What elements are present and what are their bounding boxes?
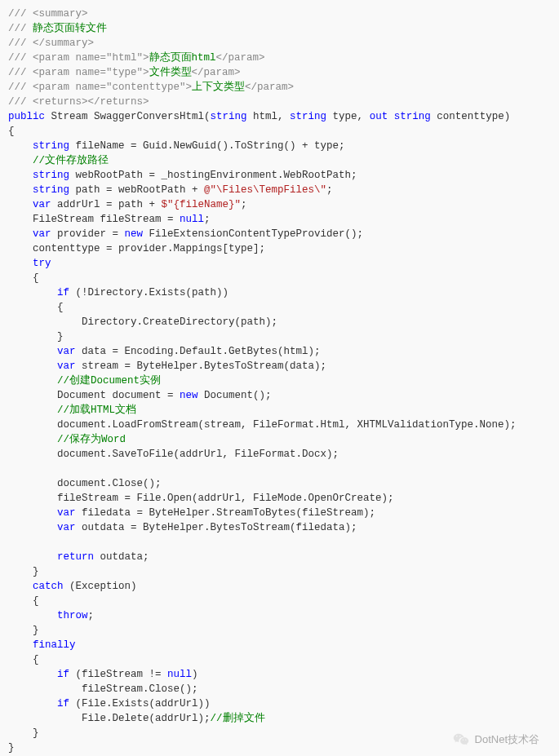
code-line	[8, 535, 551, 550]
code-token: Document document =	[57, 390, 180, 401]
code-token: //创建Document实例	[57, 375, 161, 387]
code-token: var	[33, 228, 51, 240]
code-line: Directory.CreateDirectory(path);	[8, 315, 551, 329]
code-line: fileStream.Close();	[8, 682, 551, 696]
code-line: FileStream fileStream = null;	[8, 212, 551, 227]
code-line: catch (Exception)	[8, 579, 551, 594]
code-line: return outdata;	[8, 550, 551, 564]
code-line: //保存为Word	[8, 432, 551, 447]
code-token: return	[57, 551, 94, 563]
code-token: document.LoadFromStream(stream, FileForm…	[57, 419, 517, 431]
code-line: finally	[8, 638, 551, 652]
code-token: FileExtensionContentTypeProvider();	[143, 228, 363, 240]
code-token	[388, 111, 394, 122]
code-line: string webRootPath = _hostingEnvironment…	[8, 168, 551, 183]
code-token: "html"	[106, 52, 143, 64]
code-token: stream = ByteHelper.BytesToStream(data);	[76, 360, 327, 372]
code-line: /// <returns></returns>	[8, 95, 551, 109]
code-token: new	[180, 390, 198, 401]
code-token: >	[143, 67, 149, 78]
code-line: document.SaveToFile(addrUrl, FileFormat.…	[8, 447, 551, 462]
code-line: }	[8, 564, 551, 579]
code-token: }	[33, 727, 39, 739]
code-line: fileStream = File.Open(addrUrl, FileMode…	[8, 491, 551, 506]
code-token	[8, 537, 15, 548]
code-token: //文件存放路径	[33, 155, 109, 166]
code-token: null	[167, 669, 192, 680]
code-token: File.Delete(addrUrl);	[82, 713, 211, 724]
code-token: fileStream = File.Open(addrUrl, FileMode…	[57, 493, 394, 504]
code-token: public	[8, 111, 45, 122]
code-token: contenttype = provider.Mappings[type];	[33, 243, 265, 254]
code-token: 静态页面html	[149, 52, 216, 64]
code-token: {	[33, 272, 39, 284]
code-token: }	[57, 331, 64, 343]
code-token: //删掉文件	[211, 713, 265, 724]
code-line: document.LoadFromStream(stream, FileForm…	[8, 418, 551, 432]
code-token: >	[186, 82, 193, 93]
code-line: var data = Encoding.Default.GetBytes(htm…	[8, 344, 551, 359]
code-token: FileStream fileStream =	[33, 214, 180, 225]
code-line: var filedata = ByteHelper.StreamToBytes(…	[8, 506, 551, 520]
code-line: {	[8, 652, 551, 667]
code-line: string fileName = Guid.NewGuid().ToStrin…	[8, 139, 551, 153]
code-token: /// <summary>	[8, 8, 88, 20]
code-token: provider =	[51, 228, 125, 240]
code-token: $"{fileName}"	[162, 199, 242, 210]
code-token: {	[33, 654, 39, 665]
code-token: finally	[33, 639, 76, 651]
code-token: document.SaveToFile(addrUrl, FileFormat.…	[57, 449, 339, 460]
code-line: document.Close();	[8, 476, 551, 491]
code-token: string	[33, 140, 69, 152]
code-token: }	[8, 742, 15, 754]
code-token: //保存为Word	[57, 434, 126, 445]
code-line: string path = webRootPath + @"\Files\Tem…	[8, 183, 551, 197]
code-line: if (fileStream != null)	[8, 667, 551, 682]
code-token: string	[33, 170, 69, 181]
code-token: filedata = ByteHelper.StreamToBytes(file…	[76, 507, 376, 519]
code-line: public Stream SwaggerConversHtml(string …	[8, 109, 551, 124]
code-line: File.Delete(addrUrl);//删掉文件	[8, 711, 551, 726]
code-token: /// <param name=	[8, 67, 106, 78]
code-token: {	[33, 595, 39, 607]
code-line: contenttype = provider.Mappings[type];	[8, 241, 551, 256]
code-token: (File.Exists(addrUrl))	[69, 698, 211, 710]
code-token: "type"	[106, 67, 143, 78]
code-line: {	[8, 594, 551, 608]
code-token: string	[33, 184, 69, 196]
code-line: //加载HTML文档	[8, 403, 551, 418]
code-token: html,	[247, 111, 291, 122]
code-token: //加载HTML文档	[57, 405, 136, 416]
code-token: addrUrl = path +	[51, 199, 162, 210]
code-line: /// </summary>	[8, 36, 551, 51]
code-token: var	[57, 346, 76, 357]
code-token: var	[33, 199, 51, 210]
code-token: ;	[241, 199, 247, 210]
code-token: contenttype)	[431, 111, 511, 122]
code-token: "contenttype"	[106, 82, 186, 93]
code-token: {	[57, 302, 64, 313]
code-line: try	[8, 256, 551, 271]
code-token: </param>	[216, 52, 265, 64]
code-line	[8, 462, 551, 476]
code-token: /// <param name=	[8, 52, 106, 64]
code-token: null	[180, 214, 204, 225]
code-line: /// <param name="html">静态页面html</param>	[8, 51, 551, 65]
code-token: ///	[8, 23, 33, 34]
code-token	[8, 463, 15, 475]
code-token: catch	[33, 581, 64, 592]
code-line: //文件存放路径	[8, 153, 551, 168]
code-token: 静态页面转文件	[33, 23, 107, 34]
code-token: ;	[326, 184, 333, 196]
code-token: }	[33, 625, 39, 636]
code-token: fileStream.Close();	[82, 683, 198, 695]
code-line: //创建Document实例	[8, 374, 551, 388]
code-token: (!Directory.Exists(path))	[69, 287, 228, 298]
code-token: (fileStream !=	[69, 669, 167, 680]
code-line: /// <param name="type">文件类型</param>	[8, 65, 551, 80]
code-token: var	[57, 522, 76, 533]
code-line: var outdata = ByteHelper.BytesToStream(f…	[8, 520, 551, 535]
code-token: {	[8, 126, 15, 137]
code-token: Document();	[198, 390, 272, 401]
code-line: /// <param name="contenttype">上下文类型</par…	[8, 80, 551, 95]
